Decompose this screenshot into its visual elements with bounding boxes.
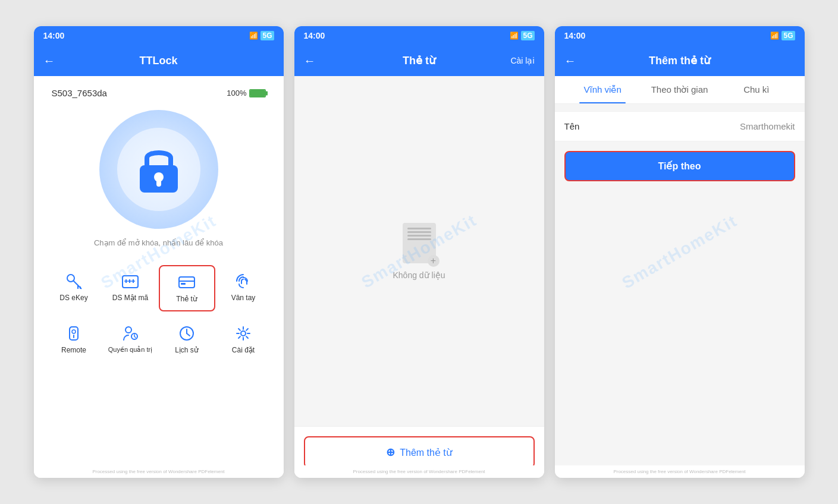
footer-2: Processed using the free version of Wond… xyxy=(294,465,544,478)
time-3: 14:00 xyxy=(564,31,586,40)
battery-bar xyxy=(249,89,266,97)
menu-label-remote: Remote xyxy=(61,346,86,354)
form-label-ten: Tên xyxy=(564,121,580,131)
battery-percent: 100% xyxy=(227,89,246,97)
add-button-label: Thêm thẻ từ xyxy=(400,447,452,458)
lock-svg xyxy=(135,143,183,196)
svg-rect-2 xyxy=(156,179,161,187)
plus-icon: ⊕ xyxy=(386,446,395,459)
screen1: 14:00 📶 5G ← TTLock SmartHomeKit S503_76… xyxy=(34,26,284,478)
remote-icon xyxy=(65,325,83,342)
cai-lai-button[interactable]: Cài lại xyxy=(510,56,534,65)
thetu-icon xyxy=(178,273,196,291)
add-the-tu-button[interactable]: ⊕ Thêm thẻ từ xyxy=(304,436,535,468)
screen2: 14:00 📶 5G ← Thẻ từ Cài lại SmartHomeKit… xyxy=(294,26,544,478)
menu-label-ds-mat-ma: DS Mật mã xyxy=(112,294,148,302)
menu-item-quyen-quan-tri[interactable]: Quyền quản trị xyxy=(102,317,159,361)
screen2-main: SmartHomeKit Không dữ liệu xyxy=(294,76,544,426)
wifi-icon-3: 📶 xyxy=(770,32,779,40)
menu-label-lich-su: Lịch sử xyxy=(175,346,199,354)
time-2: 14:00 xyxy=(304,31,325,40)
menu-item-van-tay[interactable]: Vân tay xyxy=(215,265,272,311)
battery-icon-2: 5G xyxy=(521,31,534,40)
header-title-1: TTLock xyxy=(139,55,177,67)
ekey-icon xyxy=(65,272,83,290)
form-name-row: Tên Smarthomekit xyxy=(555,111,805,141)
back-button-2[interactable]: ← xyxy=(304,54,316,68)
wifi-icon-2: 📶 xyxy=(510,32,519,40)
lock-hint: Chạm để mở khóa, nhấn lâu để khóa xyxy=(94,238,223,247)
menu-item-ds-ekey[interactable]: DS eKey xyxy=(46,265,102,311)
svg-rect-14 xyxy=(179,277,194,288)
time-1: 14:00 xyxy=(43,31,65,40)
device-info: S503_7653da 100% xyxy=(34,88,284,98)
quyen-icon xyxy=(121,325,139,342)
back-button-3[interactable]: ← xyxy=(564,54,576,68)
menu-grid: DS eKey DS Mật mã Thẻ từ Vân tay Remote … xyxy=(34,265,284,361)
caidat-icon xyxy=(234,325,252,342)
svg-point-20 xyxy=(125,327,131,333)
tab-chu-ki[interactable]: Chu kì xyxy=(718,76,795,103)
battery-icon-1: 5G xyxy=(260,31,274,40)
watermark-3: SmartHomeKit xyxy=(619,212,740,293)
screen3-main: SmartHomeKit Vĩnh viễn Theo thời gian Ch… xyxy=(555,76,805,478)
header-2: ← Thẻ từ Cài lại xyxy=(294,45,544,76)
battery-status: 100% xyxy=(227,88,265,98)
empty-text: Không dữ liệu xyxy=(393,270,445,280)
svg-line-24 xyxy=(187,333,190,336)
status-bar-3: 14:00 📶 5G xyxy=(555,26,805,45)
tabs-bar: Vĩnh viễn Theo thời gian Chu kì xyxy=(555,76,805,104)
menu-item-cai-dat[interactable]: Cài đặt xyxy=(215,317,272,361)
status-icons-3: 📶 5G xyxy=(770,31,795,40)
tab-theo-thoi-gian[interactable]: Theo thời gian xyxy=(641,76,718,103)
lichsu-icon xyxy=(178,325,196,342)
header-title-2: Thẻ từ xyxy=(403,54,435,67)
status-bar-1: 14:00 📶 5G xyxy=(34,26,284,45)
header-1: ← TTLock xyxy=(34,45,284,76)
tiep-theo-button[interactable]: Tiếp theo xyxy=(564,151,795,181)
status-bar-2: 14:00 📶 5G xyxy=(294,26,544,45)
status-icons-2: 📶 5G xyxy=(510,31,534,40)
menu-item-ds-mat-ma[interactable]: DS Mật mã xyxy=(102,265,159,311)
battery-icon-3: 5G xyxy=(781,31,795,40)
svg-point-18 xyxy=(72,330,76,333)
doc-icon xyxy=(403,223,436,263)
screen1-main: SmartHomeKit S503_7653da 100% Chạm để mở… xyxy=(34,76,284,478)
battery-fill xyxy=(250,90,265,96)
footer-3: Processed using the free version of Wond… xyxy=(555,465,805,478)
wifi-icon-1: 📶 xyxy=(249,32,258,40)
screen3: 14:00 📶 5G ← Thêm thẻ từ SmartHomeKit Vĩ… xyxy=(555,26,805,478)
menu-label-ds-ekey: DS eKey xyxy=(59,294,87,302)
vantay-icon xyxy=(234,272,252,290)
menu-item-remote[interactable]: Remote xyxy=(46,317,102,361)
tab-vinh-vien[interactable]: Vĩnh viễn xyxy=(564,76,641,103)
lock-container[interactable] xyxy=(99,110,218,229)
status-icons-1: 📶 5G xyxy=(249,31,274,40)
menu-item-the-tu[interactable]: Thẻ từ xyxy=(159,265,215,311)
header-3: ← Thêm thẻ từ xyxy=(555,45,805,76)
lock-icon-outer xyxy=(117,128,200,211)
empty-state: Không dữ liệu xyxy=(393,223,445,280)
menu-label-the-tu: Thẻ từ xyxy=(176,295,197,303)
form-value-ten: Smarthomekit xyxy=(740,121,795,131)
menu-item-lich-su[interactable]: Lịch sử xyxy=(159,317,215,361)
footer-1: Processed using the free version of Wond… xyxy=(34,465,284,478)
svg-point-25 xyxy=(241,331,246,336)
svg-rect-16 xyxy=(181,283,186,285)
back-button-1[interactable]: ← xyxy=(43,54,55,68)
device-name: S503_7653da xyxy=(52,88,107,98)
header-title-3: Thêm thẻ từ xyxy=(649,54,710,67)
menu-label-quyen-quan-tri: Quyền quản trị xyxy=(108,346,152,354)
matma-icon xyxy=(121,272,139,290)
menu-label-van-tay: Vân tay xyxy=(231,294,256,302)
menu-label-cai-dat: Cài đặt xyxy=(232,346,255,354)
